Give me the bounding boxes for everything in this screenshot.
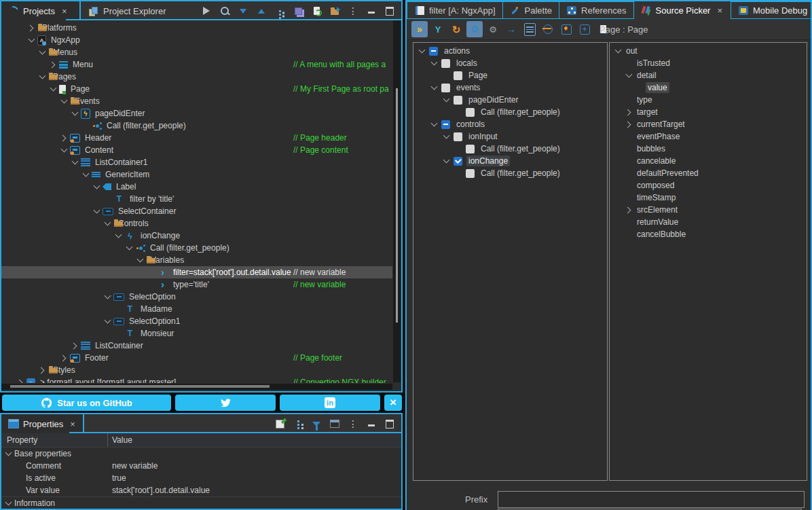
tree-item[interactable]: Monsieur xyxy=(1,327,392,340)
locate-icon[interactable] xyxy=(558,21,574,37)
chevron-down-icon[interactable] xyxy=(92,207,101,216)
checkbox-unchecked[interactable] xyxy=(454,132,462,141)
redo-icon[interactable]: → xyxy=(503,21,519,37)
add-icon[interactable]: + xyxy=(576,21,593,37)
tree-item[interactable]: ionInput xyxy=(413,130,607,143)
tree-item[interactable]: currentTarget xyxy=(610,118,807,130)
tree-item[interactable]: Header// Page header xyxy=(1,132,392,144)
chevron-right-icon[interactable] xyxy=(49,60,58,69)
tree-item[interactable]: Page// My First Page as root pa xyxy=(1,83,392,95)
scrollbar-thumb[interactable] xyxy=(396,88,398,323)
horizontal-scrollbar[interactable] xyxy=(1,384,392,390)
tree-item[interactable]: Call (filter.get_people) xyxy=(1,120,392,132)
chevron-down-icon[interactable] xyxy=(430,59,439,68)
tab-source-picker[interactable]: Source Picker × xyxy=(634,1,730,19)
tree-item[interactable]: cancelable xyxy=(610,155,807,167)
tree-item[interactable]: Pages xyxy=(1,71,392,83)
chevron-down-icon[interactable] xyxy=(92,183,101,192)
tab-filter-editor[interactable]: filter [A: NgxApp] xyxy=(407,2,503,18)
chevron-down-icon[interactable] xyxy=(442,157,451,166)
collapse-all-icon[interactable] xyxy=(235,3,251,19)
tree-item[interactable]: SelectOption xyxy=(1,291,392,303)
tree-item[interactable]: SelectOption1 xyxy=(1,315,392,327)
search-icon[interactable] xyxy=(217,3,233,19)
chevron-down-icon[interactable] xyxy=(27,36,36,45)
tree-item[interactable]: Call (filter.get_people) xyxy=(1,242,392,254)
minimize-icon[interactable] xyxy=(363,416,380,432)
checkbox-unchecked[interactable] xyxy=(466,145,475,153)
chevron-right-icon[interactable] xyxy=(38,366,47,375)
show-sources-icon[interactable]: » xyxy=(411,21,428,37)
tree-item[interactable]: Menu// A menu with all pages a xyxy=(1,58,392,71)
tab-properties[interactable]: Properties × xyxy=(1,414,84,433)
chevron-down-icon[interactable] xyxy=(103,317,112,326)
tree-item[interactable]: returnValue xyxy=(610,216,807,228)
tree-item[interactable]: ListContainer1 xyxy=(1,156,392,168)
scrollbar-thumb[interactable] xyxy=(10,385,270,388)
tree-item[interactable]: isTrusted xyxy=(610,57,807,69)
property-value[interactable]: stack['root'].out.detail.value xyxy=(108,486,210,495)
tree-item[interactable]: target xyxy=(610,106,807,118)
link-with-editor-icon[interactable] xyxy=(272,3,288,19)
tree-item[interactable]: type='title'// new variable xyxy=(1,278,392,291)
tree-item[interactable]: Label xyxy=(1,181,392,193)
close-icon[interactable]: × xyxy=(717,5,722,16)
chevron-down-icon[interactable] xyxy=(38,73,47,81)
tree-item[interactable]: filter by 'title' xyxy=(1,193,392,205)
tree-item[interactable]: filter=stack['root'].out.detail.value// … xyxy=(1,266,392,278)
github-star-button[interactable]: Star us on GitHub xyxy=(2,395,171,411)
chevron-down-icon[interactable] xyxy=(614,47,623,56)
tree-item[interactable]: Platforms xyxy=(1,22,392,34)
view-menu-kebab-icon[interactable]: ⋮ xyxy=(345,416,361,432)
chevron-right-icon[interactable] xyxy=(60,354,69,363)
tab-project-explorer[interactable]: Project Explorer xyxy=(81,1,172,20)
chevron-down-icon[interactable] xyxy=(81,170,90,179)
property-group-row[interactable]: Information xyxy=(1,496,401,509)
chevron-down-icon[interactable] xyxy=(38,48,47,57)
tab-palette[interactable]: Palette xyxy=(503,2,559,18)
prefix-input[interactable] xyxy=(498,491,805,508)
tree-item[interactable]: composed xyxy=(610,179,807,192)
tree-item[interactable]: Controls xyxy=(1,217,392,230)
tree-item[interactable]: pageDidEnter xyxy=(1,107,392,120)
tree-item[interactable]: Call (filter.get_people) xyxy=(413,143,607,155)
twitter-button[interactable] xyxy=(175,395,276,411)
tree-item[interactable]: bubbles xyxy=(610,143,807,155)
minimize-icon[interactable] xyxy=(363,3,380,19)
chevron-down-icon[interactable] xyxy=(114,232,123,240)
text-document-icon[interactable] xyxy=(521,21,538,37)
refresh-icon[interactable]: ↻ xyxy=(448,21,464,37)
chevron-right-icon[interactable] xyxy=(625,206,633,215)
vertical-scrollbar[interactable] xyxy=(393,20,401,382)
close-icon[interactable]: × xyxy=(70,419,75,429)
tree-item[interactable]: locals xyxy=(413,57,607,69)
checkbox-indeterminate[interactable] xyxy=(441,120,450,129)
chevron-down-icon[interactable] xyxy=(103,293,112,302)
tree-item[interactable]: Footer// Page footer xyxy=(1,352,392,364)
tree-item[interactable]: srcElement xyxy=(610,204,807,216)
tree-item[interactable]: SelectContainer xyxy=(1,205,392,217)
settings-gear-icon[interactable]: ⚙ xyxy=(466,21,483,37)
checkbox-unchecked[interactable] xyxy=(454,71,462,80)
chevron-down-icon[interactable] xyxy=(4,450,13,458)
chevron-right-icon[interactable] xyxy=(16,378,25,384)
close-icon[interactable]: × xyxy=(62,6,67,16)
tree-item[interactable]: timeStamp xyxy=(610,192,807,204)
tree-item[interactable]: NgxApp xyxy=(1,34,392,46)
checkbox-unchecked[interactable] xyxy=(466,169,475,178)
view-menu-kebab-icon[interactable]: ⋮ xyxy=(345,3,361,19)
chevron-down-icon[interactable] xyxy=(625,71,633,80)
tree-item[interactable]: Content// Page content xyxy=(1,144,392,156)
tree-item[interactable]: type xyxy=(610,94,807,106)
property-row[interactable]: Var valuestack['root'].out.detail.value xyxy=(1,484,401,496)
tab-mobile-debug[interactable]: Mobile Debug xyxy=(731,5,812,16)
tree-item[interactable]: cancelBubble xyxy=(610,228,807,240)
maximize-icon[interactable] xyxy=(382,416,398,432)
tree-item[interactable]: Call (filter.get_people) xyxy=(413,106,607,118)
tree-item[interactable]: controls xyxy=(413,118,607,130)
save-all-icon[interactable] xyxy=(290,3,306,19)
chevron-right-icon[interactable] xyxy=(625,120,633,129)
tree-item[interactable]: Menus xyxy=(1,46,392,58)
column-header-property[interactable]: Property xyxy=(1,433,108,447)
tree-item[interactable]: Styles xyxy=(1,364,392,376)
